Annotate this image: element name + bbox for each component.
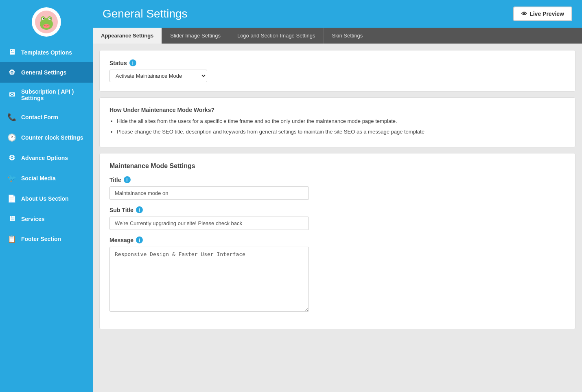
info-card: How Under Maintenance Mode Works? Hide t… [99, 97, 575, 147]
tab-logo-section-image-settings[interactable]: Logo and Section Image Settings [229, 28, 324, 44]
maintenance-section-title: Maintenance Mode Settings [109, 162, 565, 170]
subtitle-info-icon[interactable]: i [136, 206, 143, 213]
gear-icon: ⚙ [7, 68, 16, 77]
info-bullet-1: Hide the all sites from the users for a … [117, 117, 565, 125]
sliders-icon: ⚙ [7, 153, 16, 162]
main-content: General Settings 👁 Live Preview Appearan… [93, 0, 582, 392]
info-card-title: How Under Maintenance Mode Works? [109, 107, 565, 113]
sidebar-item-about-us-section[interactable]: 📄 About Us Section [0, 188, 93, 209]
message-info-icon[interactable]: i [136, 237, 143, 243]
mail-icon: ✉ [7, 90, 16, 99]
message-group: Message i Responsive Design & Faster Use… [109, 237, 565, 313]
footer-icon: 📋 [7, 234, 16, 243]
status-label: Status i [109, 59, 565, 66]
tab-slider-image-settings[interactable]: Slider Image Settings [162, 28, 229, 44]
subtitle-input[interactable] [109, 217, 309, 230]
maintenance-settings-card: Maintenance Mode Settings Title i Sub Ti… [99, 153, 575, 329]
phone-icon: 📞 [7, 113, 16, 122]
svg-point-7 [50, 18, 51, 20]
title-label: Title i [109, 176, 565, 183]
title-input[interactable] [109, 186, 309, 200]
svg-point-6 [43, 18, 44, 20]
logo-circle [32, 7, 61, 37]
info-bullet-2: Please change the SEO title, description… [117, 128, 565, 136]
title-group: Title i [109, 176, 565, 200]
sidebar-item-general-settings[interactable]: ⚙ General Settings [0, 62, 93, 83]
sidebar-item-subscription-settings[interactable]: ✉ Subscription ( API ) Settings [0, 83, 93, 107]
status-card: Status i Activate Maintainance ModeDeact… [99, 50, 575, 92]
info-card-list: Hide the all sites from the users for a … [109, 117, 565, 136]
tab-appearance-settings[interactable]: Appearance Settings [93, 28, 162, 44]
subtitle-group: Sub Title i [109, 206, 565, 230]
sidebar-item-counter-clock-settings[interactable]: 🕐 Counter clock Settings [0, 127, 93, 148]
document-icon: 📄 [7, 194, 16, 203]
clock-icon: 🕐 [7, 133, 16, 142]
message-textarea[interactable]: Responsive Design & Faster User Interfac… [109, 247, 309, 312]
logo-area [0, 0, 93, 42]
live-preview-button[interactable]: 👁 Live Preview [513, 7, 572, 21]
status-info-icon[interactable]: i [129, 59, 136, 66]
sidebar-item-social-media[interactable]: 🐦 Social Media [0, 168, 93, 188]
sidebar-item-templates-options[interactable]: 🖥 Templates Options [0, 42, 93, 62]
content-area: Status i Activate Maintainance ModeDeact… [93, 44, 582, 392]
sidebar: 🖥 Templates Options ⚙ General Settings ✉… [0, 0, 93, 392]
tab-skin-settings[interactable]: Skin Settings [324, 28, 371, 44]
header: General Settings 👁 Live Preview [93, 0, 582, 28]
sidebar-item-advance-options[interactable]: ⚙ Advance Options [0, 148, 93, 168]
eye-icon: 👁 [521, 11, 527, 17]
message-label: Message i [109, 237, 565, 243]
sidebar-item-footer-section[interactable]: 📋 Footer Section [0, 229, 93, 249]
status-select[interactable]: Activate Maintainance ModeDeactivate Mai… [109, 70, 207, 82]
tabs-bar: Appearance Settings Slider Image Setting… [93, 28, 582, 44]
sidebar-item-services[interactable]: 🖥 Services [0, 209, 93, 229]
title-info-icon[interactable]: i [124, 176, 131, 183]
twitter-icon: 🐦 [7, 174, 16, 183]
services-icon: 🖥 [7, 215, 16, 223]
logo-image [34, 10, 59, 34]
sidebar-item-contact-form[interactable]: 📞 Contact Form [0, 107, 93, 127]
monitor-icon: 🖥 [7, 48, 16, 57]
page-title: General Settings [103, 7, 188, 20]
subtitle-label: Sub Title i [109, 206, 565, 213]
